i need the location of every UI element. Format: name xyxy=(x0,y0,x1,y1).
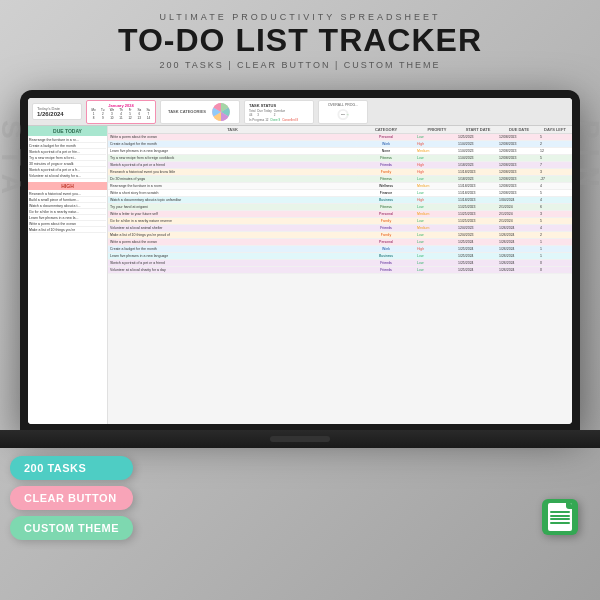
table-cell: 1/26/2024 xyxy=(499,240,539,244)
task-status-row: Total44 Due Today3 Overdue2 xyxy=(249,109,309,117)
laptop-screen: Today's Date 1/26/2024 January 2024 Mo T… xyxy=(20,90,580,430)
table-cell: 12/08/2023 xyxy=(499,184,539,188)
table-cell: Low xyxy=(417,261,457,265)
task-status-box: TASK STATUS Total44 Due Today3 Overdue2 … xyxy=(244,100,314,124)
table-cell: 12/08/2023 xyxy=(499,177,539,181)
table-cell: Family xyxy=(356,170,416,175)
table-cell: 1 xyxy=(540,254,570,258)
table-cell: Create a budget for the month xyxy=(110,142,355,146)
table-cell: Write a letter to your future self xyxy=(110,212,355,216)
table-row: Create a budget for the monthWorkHigh11/… xyxy=(108,141,572,148)
table-cell: 1 xyxy=(540,240,570,244)
table-row: Write a poem about the oceanPersonalLow1… xyxy=(108,239,572,246)
high-priority-label: HIGH xyxy=(28,182,107,190)
table-cell: Try a new recipe from a foreign cookbook xyxy=(110,156,355,160)
table-cell: Low xyxy=(417,254,457,258)
table-cell: Make a list of 10 things you're proud of xyxy=(110,233,355,237)
table-cell: Family xyxy=(356,233,416,238)
table-cell: 12/08/2023 xyxy=(499,163,539,167)
table-cell: Medium xyxy=(417,226,457,230)
table-cell: Low xyxy=(417,135,457,139)
table-cell: Watch a documentary about a topic unfami… xyxy=(110,198,355,202)
table-cell: 12/08/2023 xyxy=(499,149,539,153)
table-row: Sketch a portrait of a pet or a friendFr… xyxy=(108,260,572,267)
table-cell: 11/25/2023 xyxy=(458,205,498,209)
table-cell: 2/1/2024 xyxy=(499,219,539,223)
subtitle: ULTIMATE PRODUCTIVITY SPREADSHEET xyxy=(0,12,600,22)
table-cell: 1/25/2024 xyxy=(458,268,498,272)
table-cell: Volunteer at a local animal shelter xyxy=(110,226,355,230)
table-cell: 12/08/2023 xyxy=(499,142,539,146)
laptop-base xyxy=(0,430,600,448)
spreadsheet-main: DUE TODAY Rearrange the furniture in a r… xyxy=(28,126,572,424)
tagline: 200 TASKS | CLEAR BUTTON | CUSTOM THEME xyxy=(0,60,600,70)
table-cell: High xyxy=(417,170,457,174)
table-body: Write a poem about the oceanPersonalLow1… xyxy=(108,134,572,422)
table-cell: High xyxy=(417,142,457,146)
table-row: Write a short story from scratchFinanceL… xyxy=(108,190,572,197)
table-row: Do 30 minutes of yogaFitnessLow1/18/2023… xyxy=(108,176,572,183)
table-cell: Medium xyxy=(417,149,457,153)
table-cell: 1/26/2024 xyxy=(499,261,539,265)
table-cell: 1 xyxy=(540,247,570,251)
table-row: Volunteer at a local charity for a dayFr… xyxy=(108,267,572,274)
progress-box: OVERALL PROG... 27% xyxy=(318,100,368,124)
table-cell: Low xyxy=(417,219,457,223)
table-cell: High xyxy=(417,198,457,202)
table-cell: 12/08/2023 xyxy=(499,135,539,139)
table-cell: Write a poem about the ocean xyxy=(110,135,355,139)
due-today-list: Rearrange the furniture in a ro... Creat… xyxy=(28,136,107,180)
screen-inner: Today's Date 1/26/2024 January 2024 Mo T… xyxy=(28,98,572,424)
list-item: Make a list of 10 things you're xyxy=(29,227,106,233)
table-cell: Wellness xyxy=(356,184,416,189)
table-cell: Low xyxy=(417,240,457,244)
table-cell: 1/26/2024 xyxy=(499,254,539,258)
table-cell: -27 xyxy=(540,177,570,181)
table-row: Create a budget for the monthWorkHigh1/2… xyxy=(108,246,572,253)
table-cell: Do 30 minutes of yoga xyxy=(110,177,355,181)
table-cell: Volunteer at a local charity for a day xyxy=(110,268,355,272)
task-status-title: TASK STATUS xyxy=(249,103,309,108)
badge-200-tasks: 200 TASKS xyxy=(10,456,133,480)
table-cell: 1/25/2024 xyxy=(458,254,498,258)
table-row: Learn five phrases in a new languageNone… xyxy=(108,148,572,155)
table-cell: 11/18/2023 xyxy=(458,198,498,202)
table-cell: Business xyxy=(356,254,416,259)
list-item: Volunteer at a local charity for a... xyxy=(29,173,106,179)
table-cell: 1/25/2024 xyxy=(458,261,498,265)
table-cell: Medium xyxy=(417,212,457,216)
table-cell: Try your hand at origami xyxy=(110,205,355,209)
table-cell: Friends xyxy=(356,163,416,168)
table-cell: 12/4/2023 xyxy=(458,233,498,237)
table-cell: Research a historical event you know lit… xyxy=(110,170,355,174)
sheets-icon-paper xyxy=(548,503,572,531)
table-cell: Work xyxy=(356,247,416,252)
table-cell: Fitness xyxy=(356,205,416,210)
table-cell: Fitness xyxy=(356,177,416,182)
table-row: Learn five phrases in a new languageBusi… xyxy=(108,253,572,260)
table-cell: 4 xyxy=(540,226,570,230)
high-priority-list: Research a historical event you... Build… xyxy=(28,190,107,234)
table-cell: 11/4/2023 xyxy=(458,149,498,153)
table-cell: 1/18/2023 xyxy=(458,163,498,167)
table-cell: Personal xyxy=(356,240,416,245)
table-row: Try a new recipe from a foreign cookbook… xyxy=(108,155,572,162)
table-row: Write a letter to your future selfPerson… xyxy=(108,211,572,218)
table-cell: Learn five phrases in a new language xyxy=(110,254,355,258)
table-cell: 4 xyxy=(540,198,570,202)
spreadsheet-header: Today's Date 1/26/2024 January 2024 Mo T… xyxy=(28,98,572,126)
badge-custom-theme: CUSTOM THEME xyxy=(10,516,133,540)
table-cell: Rearrange the furniture in a room xyxy=(110,184,355,188)
side-decoration-right: PIN xyxy=(573,120,600,197)
table-cell: 12 xyxy=(540,149,570,153)
table-cell: 11/18/2023 xyxy=(458,191,498,195)
table-cell: High xyxy=(417,163,457,167)
date-value: 1/26/2024 xyxy=(37,111,77,117)
table-row: Go for a hike in a nearby nature reserve… xyxy=(108,218,572,225)
table-cell: 1/25/2024 xyxy=(458,240,498,244)
table-cell: 7 xyxy=(540,163,570,167)
table-row: Rearrange the furniture in a roomWellnes… xyxy=(108,183,572,190)
table-cell: Low xyxy=(417,177,457,181)
calendar: January 2024 Mo Tu We Th Fr Sa Su 1 2 3 xyxy=(86,100,156,124)
progress-donut: 27% xyxy=(329,108,357,121)
